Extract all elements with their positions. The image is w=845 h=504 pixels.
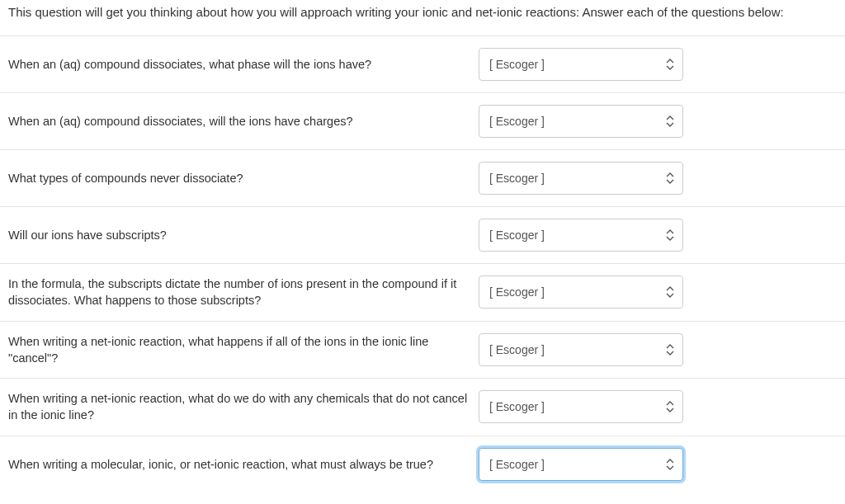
question-text: When writing a net-ionic reaction, what … (8, 333, 479, 367)
chevron-up-down-icon (666, 459, 674, 470)
question-text: What types of compounds never dissociate… (8, 170, 479, 186)
answer-select[interactable]: [ Escoger ] (479, 390, 683, 423)
chevron-up-down-icon (666, 286, 674, 298)
select-wrapper: [ Escoger ] (479, 48, 683, 81)
intro-text: This question will get you thinking abou… (0, 3, 845, 35)
select-placeholder: [ Escoger ] (489, 172, 545, 185)
select-placeholder: [ Escoger ] (489, 458, 545, 471)
question-row: When an (aq) compound dissociates, what … (0, 35, 845, 92)
question-row: When an (aq) compound dissociates, will … (0, 92, 845, 149)
question-row: In the formula, the subscripts dictate t… (0, 263, 845, 321)
select-wrapper: [ Escoger ] (479, 390, 683, 423)
answer-select[interactable]: [ Escoger ] (479, 448, 683, 481)
select-wrapper: [ Escoger ] (479, 162, 683, 195)
select-placeholder: [ Escoger ] (489, 115, 545, 128)
question-text: In the formula, the subscripts dictate t… (8, 276, 479, 309)
question-text: When an (aq) compound dissociates, will … (8, 113, 479, 130)
select-placeholder: [ Escoger ] (489, 228, 545, 242)
select-placeholder: [ Escoger ] (489, 285, 545, 299)
select-placeholder: [ Escoger ] (489, 343, 545, 356)
answer-select[interactable]: [ Escoger ] (479, 333, 683, 366)
question-row: What types of compounds never dissociate… (0, 149, 845, 206)
chevron-up-down-icon (666, 115, 674, 127)
question-row: When writing a molecular, ionic, or net-… (0, 436, 845, 492)
select-placeholder: [ Escoger ] (489, 58, 545, 71)
select-wrapper: [ Escoger ] (479, 105, 683, 138)
answer-select[interactable]: [ Escoger ] (479, 276, 683, 309)
question-text: When writing a molecular, ionic, or net-… (8, 456, 479, 473)
chevron-up-down-icon (666, 172, 674, 184)
answer-select[interactable]: [ Escoger ] (479, 219, 683, 252)
chevron-up-down-icon (666, 59, 674, 70)
select-wrapper: [ Escoger ] (479, 333, 683, 366)
answer-select[interactable]: [ Escoger ] (479, 162, 683, 195)
question-row: When writing a net-ionic reaction, what … (0, 321, 845, 379)
question-text: When writing a net-ionic reaction, what … (8, 390, 479, 424)
question-row: Will our ions have subscripts?[ Escoger … (0, 206, 845, 263)
questions-container: When an (aq) compound dissociates, what … (0, 35, 845, 492)
question-row: When writing a net-ionic reaction, what … (0, 378, 845, 436)
answer-select[interactable]: [ Escoger ] (479, 105, 683, 138)
chevron-up-down-icon (666, 401, 674, 412)
select-placeholder: [ Escoger ] (489, 400, 545, 413)
select-wrapper: [ Escoger ] (479, 219, 683, 252)
select-wrapper: [ Escoger ] (479, 448, 683, 481)
question-text: Will our ions have subscripts? (8, 227, 479, 243)
chevron-up-down-icon (666, 229, 674, 241)
question-text: When an (aq) compound dissociates, what … (8, 56, 479, 73)
select-wrapper: [ Escoger ] (479, 276, 683, 309)
answer-select[interactable]: [ Escoger ] (479, 48, 683, 81)
chevron-up-down-icon (666, 344, 674, 356)
